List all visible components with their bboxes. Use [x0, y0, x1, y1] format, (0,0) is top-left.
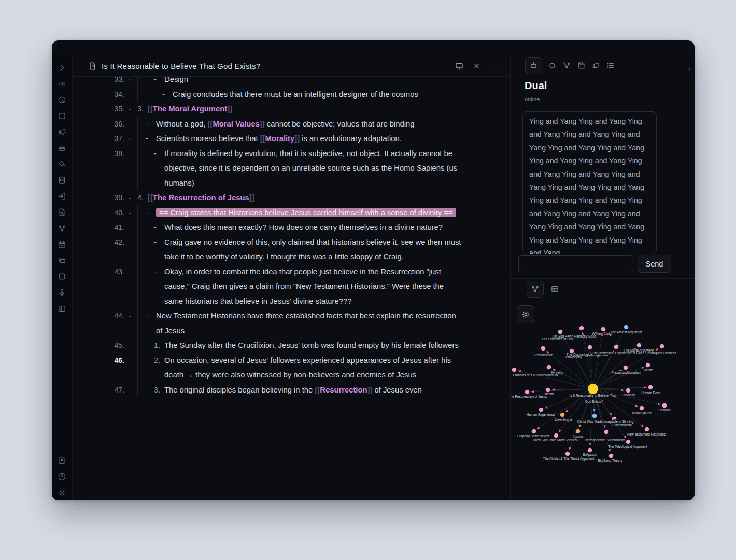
- log-in-icon[interactable]: [58, 192, 66, 201]
- workspace-layout-icon[interactable]: [58, 304, 66, 313]
- editor-line[interactable]: 41.-What does this mean exactly? How doe…: [73, 220, 463, 235]
- editor-line[interactable]: 40.›-== Craig states that Historians bel…: [73, 205, 463, 220]
- collapse-chevron-icon[interactable]: ›: [127, 77, 137, 87]
- line-text[interactable]: Without a god, [[Moral Values]] cannot b…: [156, 117, 463, 132]
- wiki-link[interactable]: The Resurrection of Jesus: [153, 193, 249, 202]
- graph-node[interactable]: [662, 403, 667, 408]
- editor-line[interactable]: 38.-If morality is defined by evolution,…: [73, 146, 463, 191]
- graph-tab-icon[interactable]: [562, 61, 571, 70]
- line-text[interactable]: If morality is defined by evolution, tha…: [164, 146, 463, 191]
- send-button[interactable]: Send: [638, 255, 671, 273]
- dice-icon[interactable]: [58, 111, 66, 120]
- graph-node[interactable]: [592, 414, 597, 418]
- graph-node[interactable]: [565, 452, 570, 456]
- graph-node[interactable]: [588, 448, 592, 453]
- random-note-icon[interactable]: [58, 272, 66, 281]
- line-text[interactable]: Okay, in order to combat the idea that p…: [164, 264, 463, 309]
- graph-node[interactable]: [609, 454, 614, 458]
- wiki-link[interactable]: Moral Values: [213, 120, 259, 128]
- editor-body[interactable]: 33.›-Design34.-Craig concludes that ther…: [73, 77, 511, 500]
- graph-node[interactable]: [624, 366, 628, 370]
- graph-node[interactable]: [579, 326, 584, 331]
- graph-node[interactable]: [660, 344, 664, 349]
- line-text[interactable]: The Sunday after the Crucifixion, Jesus'…: [164, 338, 463, 353]
- titlebar[interactable]: [52, 40, 695, 56]
- editor-line[interactable]: 33.›-Design: [73, 77, 463, 87]
- dictionary-icon[interactable]: ABC: [58, 176, 66, 185]
- close-icon[interactable]: [473, 62, 480, 70]
- line-text[interactable]: The original disciples began believing i…: [164, 383, 463, 398]
- graph-node[interactable]: [541, 346, 546, 351]
- file-search-icon[interactable]: [58, 208, 66, 217]
- line-text[interactable]: Craig gave no evidence of this, only cla…: [164, 235, 463, 264]
- graph-node[interactable]: [614, 345, 619, 349]
- graph-canvas[interactable]: The Athiest ArgumentWilliam CraigOn God …: [511, 321, 695, 500]
- calendar-check-icon[interactable]: [58, 240, 66, 249]
- graph-node[interactable]: [532, 429, 536, 434]
- table-icon[interactable]: [550, 285, 559, 293]
- paint-drop-icon[interactable]: [58, 160, 66, 169]
- graph-node[interactable]: [645, 427, 649, 432]
- graph-node[interactable]: [560, 413, 565, 417]
- slides-icon[interactable]: [58, 128, 66, 136]
- line-text[interactable]: On occasion, several of Jesus' followers…: [164, 353, 463, 383]
- row-stack-icon[interactable]: [58, 144, 66, 152]
- collapse-chevron-icon[interactable]: ›: [127, 190, 137, 205]
- card-stack-icon[interactable]: [58, 256, 66, 265]
- graph-node[interactable]: [648, 385, 653, 390]
- wiki-link[interactable]: Resurrection: [320, 386, 367, 394]
- graph-node[interactable]: [624, 325, 629, 330]
- editor-line[interactable]: 37.›-Scientists moreso believe that [[Mo…: [73, 131, 463, 146]
- help-icon[interactable]: [58, 472, 66, 481]
- editor-line[interactable]: 46.2.On occasion, several of Jesus' foll…: [73, 353, 463, 383]
- list-icon[interactable]: [606, 61, 615, 70]
- editor-line[interactable]: 44.›-New Testament Historians have three…: [73, 309, 463, 338]
- line-text[interactable]: Design: [164, 77, 463, 87]
- collapse-panel-chevron-icon[interactable]: ›: [688, 64, 691, 73]
- graph-settings-button[interactable]: [517, 305, 534, 323]
- expand-sidebar-icon[interactable]: [58, 63, 66, 72]
- graph-node[interactable]: [604, 430, 609, 435]
- line-text[interactable]: [[The Moral Argument]]: [148, 102, 463, 117]
- editor-line[interactable]: 45.1.The Sunday after the Crucifixion, J…: [73, 338, 463, 353]
- chat-input[interactable]: [518, 255, 633, 272]
- graph-node[interactable]: [646, 363, 650, 368]
- tab-graph[interactable]: [527, 281, 544, 298]
- editor-line[interactable]: 42.-Craig gave no evidence of this, only…: [73, 235, 463, 264]
- vault-switcher-icon[interactable]: [58, 456, 66, 465]
- graph-node[interactable]: [512, 368, 517, 372]
- line-text[interactable]: == Craig states that Historians believe …: [156, 205, 463, 220]
- templater-icon[interactable]: <%: [58, 79, 66, 88]
- graph-view-icon[interactable]: [58, 224, 66, 233]
- open-window-icon[interactable]: [455, 62, 464, 71]
- wiki-link[interactable]: The Moral Argument: [153, 105, 227, 113]
- graph-node[interactable]: [546, 388, 550, 393]
- graph-node[interactable]: [601, 327, 606, 332]
- unlink-icon[interactable]: [548, 61, 557, 70]
- line-text[interactable]: Craig concludes that there must be an in…: [173, 87, 463, 102]
- graph-node[interactable]: [637, 343, 642, 348]
- collapse-chevron-icon[interactable]: ›: [127, 309, 137, 338]
- tab-bot[interactable]: [525, 57, 542, 74]
- graph-node[interactable]: [588, 345, 592, 350]
- line-text[interactable]: [[The Resurrection of Jesus]]: [148, 190, 463, 205]
- graph-node[interactable]: [547, 365, 551, 370]
- line-text[interactable]: What does this mean exactly? How does on…: [164, 220, 463, 235]
- collapse-chevron-icon[interactable]: ›: [127, 131, 137, 146]
- graph-node[interactable]: [626, 440, 631, 444]
- editor-line[interactable]: 39.›4.[[The Resurrection of Jesus]]: [73, 190, 463, 205]
- graph-node[interactable]: [525, 390, 530, 395]
- graph-node[interactable]: [554, 433, 559, 438]
- sync-off-icon[interactable]: [58, 95, 66, 104]
- calendar-icon[interactable]: [577, 61, 586, 70]
- line-text[interactable]: New Testament Historians have three esta…: [156, 309, 463, 338]
- graph-node[interactable]: [640, 406, 644, 411]
- graph-node[interactable]: [558, 330, 563, 334]
- editor-line[interactable]: 34.-Craig concludes that there must be a…: [73, 87, 463, 102]
- local-graph-view[interactable]: The Athiest ArgumentWilliam CraigOn God …: [511, 321, 695, 500]
- microphone-icon[interactable]: [58, 288, 66, 297]
- graph-node[interactable]: [539, 408, 544, 412]
- editor-line[interactable]: 36.-Without a god, [[Moral Values]] cann…: [73, 117, 463, 132]
- graph-node[interactable]: [626, 388, 631, 393]
- editor-line[interactable]: 47.3.The original disciples began believ…: [73, 383, 463, 398]
